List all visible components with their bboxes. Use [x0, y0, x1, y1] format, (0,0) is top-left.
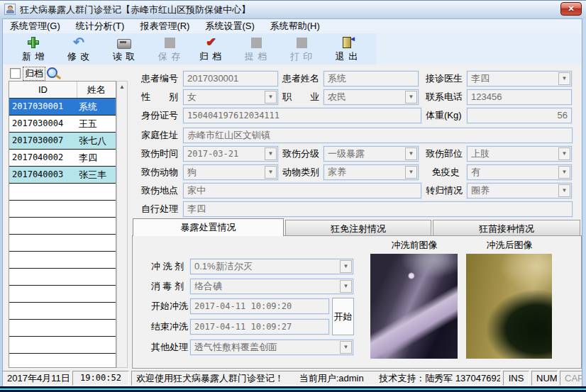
doctor-combo[interactable]: 李四 ▼ [467, 71, 572, 86]
table-row[interactable]: 2017030007 张七八 [9, 133, 116, 150]
toolbar: 新 增 ↶ 修 改 读 取 保 存 ✔ 归 档 提 档 打 印 ◄ 退 出 [0, 33, 586, 65]
table-scrollbar[interactable]: ▲ [116, 81, 128, 368]
table-empty-row [9, 252, 116, 269]
injury-site-combo[interactable]: 上肢 ▼ [467, 146, 572, 162]
app-window: 狂犬病暴露人群门诊登记【赤峰市红山区预防保健中心】 ✕ 系统管理(G) 统计分析… [0, 0, 586, 392]
id-card-field[interactable]: 150404197612034111 [183, 108, 421, 123]
archive-button[interactable]: ✔ 归 档 [189, 34, 233, 64]
disinfectant-combo[interactable]: 络合碘 ▼ [190, 279, 353, 294]
archive-checkbox-label[interactable]: 归档 [23, 67, 45, 81]
occupation-combo[interactable]: 农民 ▼ [324, 89, 419, 105]
self-treat-field[interactable]: 李四 [183, 201, 573, 217]
column-header-id: ID [9, 82, 77, 98]
disinfectant-label: 消 毒 剂 [151, 279, 184, 294]
weight-field[interactable]: 56 [467, 108, 572, 123]
table-empty-row [9, 201, 116, 218]
chevron-down-icon[interactable]: ▼ [265, 166, 277, 179]
rinse-agent-label: 冲 洗 剂 [151, 259, 184, 274]
occupation-label: 职 业 [282, 89, 319, 105]
tab-exposure-treatment[interactable]: 暴露处置情况 [133, 218, 284, 236]
save-icon [165, 38, 175, 48]
menu-reports[interactable]: 报表管理(R) [134, 19, 195, 33]
modify-button[interactable]: ↶ 修 改 [57, 34, 101, 64]
status-num: NUM [531, 371, 558, 386]
injury-grade-combo[interactable]: 一级暴露 ▼ [324, 146, 419, 162]
status-welcome: 欢迎使用狂犬病暴露人群门诊登记！ [136, 373, 284, 383]
read-button[interactable]: 读 取 [102, 34, 146, 64]
rinse-end-label: 结束冲洗 [151, 319, 188, 335]
table-empty-row [9, 354, 116, 368]
start-rinse-button[interactable]: 开始 [332, 298, 354, 335]
window-left-border [0, 18, 3, 386]
immunity-combo[interactable]: 有 ▼ [467, 164, 572, 180]
chevron-down-icon[interactable]: ▼ [558, 147, 570, 160]
menu-help[interactable]: 系统帮助(H) [265, 19, 326, 33]
tab-immunoglobulin-injection[interactable]: 狂免注射情况 [285, 220, 431, 236]
rinse-end-field[interactable]: 2017-04-11 10:09:27 [190, 319, 329, 335]
chevron-down-icon[interactable]: ▼ [405, 147, 417, 160]
chevron-down-icon[interactable]: ▼ [265, 91, 277, 103]
rinse-start-field[interactable]: 2017-04-11 10:09:20 [190, 298, 329, 314]
search-icon [47, 67, 57, 78]
gender-combo[interactable]: 女 ▼ [183, 89, 278, 105]
injury-time-combo[interactable]: 2017-03-21 ▼ [183, 146, 278, 162]
chevron-down-icon[interactable]: ▼ [558, 184, 570, 197]
chevron-down-icon[interactable]: ▼ [558, 72, 570, 85]
injury-grade-label: 致伤分级 [282, 146, 319, 162]
exit-door-icon: ◄ [343, 37, 351, 48]
status-ins: INS [503, 371, 529, 386]
table-empty-row [9, 337, 116, 354]
table-row[interactable]: 2017030004 王五 [9, 116, 116, 133]
other-treatment-combo[interactable]: 透气性敷料覆盖创面 ▼ [190, 340, 353, 355]
address-label: 家庭住址 [141, 128, 178, 143]
status-support: 技术支持：陆秀军 13704769207 [379, 373, 501, 383]
weight-label: 体重(Kg) [426, 108, 462, 123]
patient-name-field[interactable]: 系统 [324, 71, 419, 86]
patient-name-label: 患者姓名 [282, 71, 319, 86]
menu-settings[interactable]: 系统设置(S) [199, 19, 260, 33]
close-icon: ✕ [568, 5, 574, 13]
scroll-up-icon[interactable]: ▲ [117, 82, 127, 92]
new-button[interactable]: 新 增 [11, 34, 55, 64]
table-empty-row [9, 286, 116, 303]
animal-type-combo[interactable]: 家养 ▼ [324, 164, 419, 180]
chevron-down-icon[interactable]: ▼ [340, 260, 352, 273]
status-caps: CAPS [560, 371, 584, 386]
archive-checkbox[interactable] [10, 68, 21, 79]
table-empty-row [9, 303, 116, 320]
chevron-down-icon[interactable]: ▼ [265, 147, 277, 160]
exit-button[interactable]: ◄ 退 出 [325, 34, 369, 64]
outcome-combo[interactable]: 圈养 ▼ [467, 183, 572, 198]
after-rinse-image [466, 254, 552, 359]
fetch-icon [251, 38, 262, 48]
after-image-label: 冲洗后图像 [467, 239, 552, 252]
status-current-user: 当前用户:admin [299, 373, 364, 383]
address-field[interactable]: 赤峰市红山区文钏镇 [183, 128, 573, 143]
other-treatment-label: 其他处理 [151, 340, 188, 355]
chevron-down-icon[interactable]: ▼ [405, 166, 417, 179]
menu-statistics[interactable]: 统计分析(T) [70, 19, 131, 33]
rinse-agent-combo[interactable]: 0.1%新洁尔灭 ▼ [190, 259, 353, 274]
patient-no-field[interactable]: 2017030001 [183, 71, 278, 86]
chevron-down-icon[interactable]: ▼ [340, 280, 352, 293]
injury-place-label: 致伤地点 [141, 183, 178, 198]
injury-place-field[interactable]: 家中 [183, 183, 421, 198]
table-row[interactable]: 2017040002 李四 [9, 150, 116, 167]
search-button[interactable] [45, 66, 60, 80]
injury-animal-combo[interactable]: 狗 ▼ [183, 164, 278, 180]
id-card-label: 身份证号 [141, 108, 178, 123]
table-row[interactable]: 2017030001 系统 [9, 99, 116, 116]
doctor-label: 接诊医生 [426, 71, 463, 86]
menu-system-management[interactable]: 系统管理(G) [4, 19, 66, 33]
table-row[interactable]: 2017040003 张三丰 [9, 167, 116, 184]
fetch-button: 提 档 [234, 34, 278, 64]
tab-vaccine-inoculation[interactable]: 狂苗接种情况 [433, 220, 580, 236]
phone-field[interactable]: 123456 [467, 89, 572, 105]
close-button[interactable]: ✕ [560, 2, 582, 16]
status-message: 欢迎使用狂犬病暴露人群门诊登记！ 当前用户:admin 技术支持：陆秀军 137… [131, 371, 501, 386]
chevron-down-icon[interactable]: ▼ [340, 341, 352, 354]
read-icon [117, 39, 131, 49]
chevron-down-icon[interactable]: ▼ [405, 91, 417, 103]
window-bottom-border [0, 386, 586, 392]
chevron-down-icon[interactable]: ▼ [558, 166, 570, 179]
